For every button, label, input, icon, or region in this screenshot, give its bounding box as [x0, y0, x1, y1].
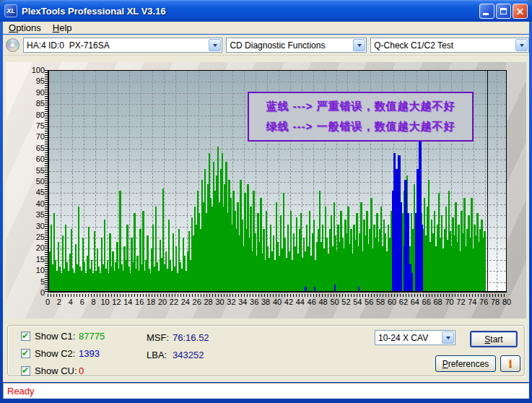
y-tick-label: 30: [26, 222, 45, 230]
menu-help[interactable]: Help: [47, 22, 78, 33]
cu-count: 0: [79, 365, 84, 376]
checkmark-icon: ✔: [22, 348, 29, 358]
c1-count: 87775: [79, 331, 105, 342]
y-tick-label: 45: [26, 188, 45, 196]
menu-bar: Options Help: [3, 22, 529, 34]
app-logo-text: XL: [6, 7, 15, 14]
show-c2-label: Show C2:: [35, 348, 75, 359]
c2-bar: [411, 273, 413, 291]
y-tick-label: 60: [26, 155, 45, 163]
annotation-line-blue: 蓝线 ---> 严重错误，数值越大越不好: [266, 100, 455, 113]
c2-count: 1393: [79, 348, 100, 359]
test-select-button[interactable]: [515, 39, 528, 51]
annotation-box: 蓝线 ---> 严重错误，数值越大越不好 绿线 ---> 一般错误，数值越大越不…: [248, 92, 474, 142]
y-tick-label: 0: [26, 288, 45, 297]
error-rate-plot: 蓝线 ---> 严重错误，数值越大越不好 绿线 ---> 一般错误，数值越大越不…: [48, 70, 507, 292]
data-end-marker-line: [487, 71, 488, 291]
minimize-icon: [483, 13, 489, 15]
window-title: PlexTools Professional XL V3.16: [22, 6, 479, 17]
close-button[interactable]: [513, 4, 528, 19]
y-tick-label: 35: [26, 210, 45, 219]
status-bar: Ready: [3, 383, 529, 399]
title-bar: XL PlexTools Professional XL V3.16: [0, 0, 532, 22]
msf-label: MSF:: [147, 332, 173, 343]
gridline-horizontal: [49, 82, 506, 82]
y-tick-label: 90: [26, 88, 45, 97]
c2-bar: [404, 180, 407, 291]
y-tick-label: 80: [26, 110, 45, 119]
info-button[interactable]: i: [500, 355, 520, 372]
speed-select-value: 10-24 X CAV: [375, 331, 441, 344]
preferences-button[interactable]: Preferences: [435, 355, 496, 372]
chevron-down-icon: [213, 44, 217, 49]
y-tick-label: 15: [26, 255, 45, 264]
toolbar: HA:4 ID:0 PX-716SA CD Diagnostic Functio…: [3, 35, 529, 56]
speed-select-button[interactable]: [442, 332, 454, 344]
function-category-value: CD Diagnostic Functions: [227, 38, 352, 52]
disc-icon: [6, 38, 19, 52]
content-area: 蓝线 ---> 严重错误，数值越大越不好 绿线 ---> 一般错误，数值越大越不…: [3, 56, 529, 382]
chevron-down-icon: [357, 44, 362, 49]
speed-select[interactable]: 10-24 X CAV: [375, 330, 455, 345]
show-c1-label: Show C1:: [35, 331, 75, 342]
show-c1-checkbox[interactable]: ✔: [21, 332, 30, 341]
y-tick-label: 55: [26, 166, 45, 175]
drive-select-button[interactable]: [209, 39, 221, 51]
msf-row: MSF: 76:16.52: [147, 332, 209, 343]
app-window: XL PlexTools Professional XL V3.16 Optio…: [0, 0, 532, 403]
test-select[interactable]: Q-Check C1/C2 Test: [370, 38, 529, 53]
status-text: Ready: [7, 386, 35, 396]
msf-value: 76:16.52: [173, 332, 209, 343]
show-cu-row: ✔ Show CU: 0: [21, 365, 77, 376]
gridline-horizontal: [49, 182, 506, 183]
x-tick-label: 80: [499, 298, 515, 306]
c2-bar: [314, 287, 315, 291]
minimize-button[interactable]: [479, 4, 494, 19]
gridline-horizontal: [49, 171, 506, 172]
y-tick-label: 20: [26, 243, 45, 252]
function-category-select[interactable]: CD Diagnostic Functions: [226, 38, 367, 53]
y-tick-label: 70: [26, 132, 45, 141]
c2-bar: [401, 202, 402, 291]
y-tick-label: 65: [26, 144, 45, 152]
c2-bar: [422, 225, 423, 291]
x-axis-ticks: [48, 294, 507, 297]
menu-options[interactable]: Options: [3, 22, 47, 33]
chevron-down-icon: [446, 337, 450, 342]
drive-select[interactable]: HA:4 ID:0 PX-716SA: [23, 38, 222, 53]
show-c2-checkbox[interactable]: ✔: [21, 349, 30, 358]
chart-panel: 蓝线 ---> 严重错误，数值越大越不好 绿线 ---> 一般错误，数值越大越不…: [6, 62, 526, 318]
y-tick-label: 5: [26, 277, 45, 286]
lba-label: LBA:: [147, 350, 173, 360]
drive-select-value: HA:4 ID:0 PX-716SA: [24, 38, 208, 52]
maximize-button[interactable]: [496, 4, 511, 19]
c2-bar: [358, 287, 359, 291]
chevron-down-icon: [520, 44, 524, 49]
function-category-button[interactable]: [353, 39, 365, 51]
y-tick-label: 50: [26, 177, 45, 186]
y-tick-label: 10: [26, 266, 45, 274]
show-cu-label: Show CU:: [35, 365, 77, 376]
info-icon: i: [509, 358, 512, 370]
c2-bar: [305, 287, 306, 291]
gridline-horizontal: [49, 149, 506, 150]
show-c1-row: ✔ Show C1: 87775: [21, 331, 75, 341]
lba-row: LBA: 343252: [147, 350, 204, 360]
show-cu-checkbox[interactable]: ✔: [21, 366, 30, 376]
y-tick-label: 100: [26, 66, 45, 74]
test-select-value: Q-Check C1/C2 Test: [371, 38, 515, 52]
checkmark-icon: ✔: [22, 331, 29, 341]
start-button[interactable]: Start: [470, 331, 518, 347]
y-tick-label: 25: [26, 233, 45, 241]
gridline-horizontal: [49, 160, 506, 160]
lba-value: 343252: [173, 350, 204, 360]
c2-bar: [334, 285, 336, 291]
y-tick-label: 75: [26, 121, 45, 130]
c1-bar: [484, 231, 485, 291]
show-c2-row: ✔ Show C2: 1393: [21, 348, 75, 358]
y-tick-label: 95: [26, 77, 45, 85]
y-tick-label: 85: [26, 99, 45, 108]
annotation-line-green: 绿线 ---> 一般错误，数值越大越不好: [266, 120, 455, 134]
checkmark-icon: ✔: [22, 365, 29, 376]
maximize-icon: [500, 8, 507, 14]
